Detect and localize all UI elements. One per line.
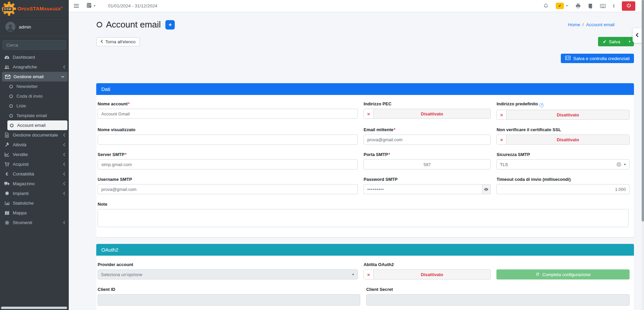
truck-icon bbox=[4, 182, 10, 186]
indirizzo-predefinito-field: Indirizzo predefinito? × Disattivato bbox=[496, 101, 630, 120]
ssl-field: Non verificare il certificato SSL × Disa… bbox=[496, 127, 630, 145]
password-smtp-input[interactable] bbox=[364, 184, 482, 194]
server-smtp-input[interactable] bbox=[98, 159, 358, 169]
breadcrumb-current-link[interactable]: Account email bbox=[586, 22, 614, 27]
sidebar-item-account-email[interactable]: Account email bbox=[7, 120, 67, 130]
sidebar-item-label: Newsletter bbox=[16, 84, 38, 89]
keyboard-icon[interactable] bbox=[600, 4, 606, 8]
porta-smtp-input[interactable] bbox=[364, 159, 491, 169]
sidebar-item-label: Gestione documentale bbox=[13, 133, 58, 138]
x-icon: × bbox=[497, 110, 506, 119]
note-field: Note bbox=[98, 202, 629, 228]
nome-visualizzato-input[interactable] bbox=[98, 135, 358, 145]
record-circle-icon bbox=[96, 21, 103, 28]
abilita-oauth2-toggle[interactable]: × Disattivato bbox=[364, 269, 491, 279]
provider-account-select[interactable]: Seleziona un'opzione ▼ bbox=[98, 269, 358, 279]
sidebar-item-impianti[interactable]: Impianti bbox=[0, 189, 69, 198]
menu-toggle-icon[interactable] bbox=[73, 4, 79, 8]
registered-mark: ® bbox=[61, 6, 63, 9]
username-smtp-input[interactable] bbox=[98, 184, 358, 194]
euro-icon: € bbox=[4, 171, 10, 176]
provider-account-value: Seleziona un'opzione bbox=[101, 272, 352, 277]
save-check-label: Salva e controlla credenziali bbox=[573, 56, 630, 61]
add-record-button[interactable]: + bbox=[165, 20, 175, 30]
sicurezza-smtp-select[interactable]: TLS × ▼ bbox=[496, 159, 630, 169]
sidebar-item-mappa[interactable]: Mappa bbox=[0, 208, 69, 218]
clear-selection-icon[interactable]: × bbox=[616, 162, 621, 167]
sidebar-horizontal-scrollbar[interactable] bbox=[1, 307, 67, 309]
breadcrumb-separator: / bbox=[582, 22, 584, 27]
gear-icon bbox=[4, 220, 10, 225]
sidebar-item-contabilita[interactable]: € Contabilità bbox=[0, 169, 69, 179]
calendar-dropdown[interactable]: ▼ bbox=[87, 3, 96, 9]
sidebar-item-label: Dashboard bbox=[13, 55, 35, 60]
note-textarea[interactable] bbox=[98, 209, 629, 227]
app-logo[interactable]: OSM OpenSTAManager® bbox=[0, 0, 69, 18]
dati-card: Dati Nome account* Indirizzo PEC × Disat… bbox=[96, 83, 634, 237]
users-icon bbox=[4, 65, 10, 69]
search-input[interactable] bbox=[3, 41, 66, 49]
indirizzo-pec-toggle[interactable]: × Disattivato bbox=[364, 109, 491, 119]
docs-book-icon[interactable] bbox=[588, 4, 593, 8]
back-to-list-button[interactable]: Torna all'elenco bbox=[96, 37, 140, 46]
completa-configurazione-button[interactable]: Completa configurazione bbox=[496, 269, 630, 279]
help-icon[interactable]: ? bbox=[539, 103, 544, 107]
collapse-panel-flap[interactable] bbox=[633, 28, 642, 43]
sidebar-item-template-email[interactable]: Template email bbox=[0, 111, 69, 120]
print-icon[interactable] bbox=[576, 3, 581, 8]
completa-configurazione-field: Completa configurazione bbox=[496, 262, 630, 279]
circle-icon bbox=[9, 94, 13, 98]
chevron-left-icon bbox=[63, 192, 65, 195]
circle-icon bbox=[9, 85, 13, 89]
sidebar-item-coda-di-invio[interactable]: Coda di invio bbox=[0, 91, 69, 101]
porta-smtp-field: Porta SMTP* bbox=[364, 152, 491, 169]
sidebar-item-attivita[interactable]: Attività bbox=[0, 140, 69, 150]
logout-power-button[interactable] bbox=[622, 1, 635, 11]
email-mittente-input[interactable] bbox=[364, 135, 491, 145]
page-scrollbar-thumb[interactable] bbox=[642, 0, 644, 221]
timeout-input[interactable] bbox=[496, 184, 630, 194]
show-password-button[interactable] bbox=[482, 184, 491, 194]
sidebar-item-label: Acquisti bbox=[13, 162, 29, 167]
indirizzo-predefinito-toggle[interactable]: × Disattivato bbox=[496, 110, 630, 120]
sidebar-item-magazzino[interactable]: Magazzino bbox=[0, 179, 69, 189]
breadcrumb: Home/Account email bbox=[568, 22, 614, 27]
refresh-icon bbox=[536, 272, 540, 277]
provider-account-field: Provider account Seleziona un'opzione ▼ bbox=[98, 262, 358, 279]
save-button[interactable]: ✔ Salva bbox=[598, 37, 625, 46]
nome-account-input[interactable] bbox=[98, 109, 358, 119]
map-icon bbox=[4, 211, 10, 215]
dati-card-header: Dati bbox=[96, 83, 634, 95]
save-and-check-credentials-button[interactable]: Salva e controlla credenziali bbox=[561, 54, 634, 63]
sidebar-item-gestione-email[interactable]: Gestione email bbox=[2, 72, 68, 82]
sidebar-item-strumenti[interactable]: Strumenti bbox=[0, 218, 69, 227]
check-badge[interactable]: ✔ bbox=[556, 3, 564, 9]
ssl-toggle[interactable]: × Disattivato bbox=[496, 135, 630, 145]
sidebar-item-dashboard[interactable]: Dashboard bbox=[0, 52, 69, 62]
sidebar-item-vendite[interactable]: Vendite bbox=[0, 150, 69, 159]
page-scrollbar-track[interactable] bbox=[642, 0, 644, 310]
bar-chart-icon bbox=[4, 201, 10, 206]
nome-account-label: Nome account bbox=[98, 101, 128, 106]
client-secret-input bbox=[366, 294, 630, 306]
check-icon: ✔ bbox=[558, 4, 561, 8]
chevron-left-icon bbox=[63, 143, 65, 147]
sidebar-item-acquisti[interactable]: Acquisti bbox=[0, 159, 69, 169]
chevron-left-icon bbox=[63, 182, 65, 186]
sidebar-item-newsletter[interactable]: Newsletter bbox=[0, 82, 69, 91]
breadcrumb-home-link[interactable]: Home bbox=[568, 22, 580, 27]
sidebar-item-liste[interactable]: Liste bbox=[0, 101, 69, 111]
status-check-dropdown[interactable]: ✔ ▼ bbox=[556, 3, 568, 9]
actions-row: Torna all'elenco ✔ Salva ▼ bbox=[96, 37, 634, 46]
server-smtp-label: Server SMTP bbox=[98, 152, 124, 157]
client-secret-field: Client Secret bbox=[366, 287, 630, 306]
timeout-label: Timeout coda di invio (millisecondi) bbox=[496, 177, 630, 182]
date-range[interactable]: 01/01/2024 - 31/12/2024 bbox=[108, 3, 157, 8]
sidebar-item-label: Coda di invio bbox=[16, 94, 43, 99]
bell-icon[interactable] bbox=[543, 3, 548, 8]
sidebar-item-gestione-documentale[interactable]: Gestione documentale bbox=[0, 130, 69, 140]
sidebar-item-anagrafiche[interactable]: Anagrafiche bbox=[0, 62, 69, 72]
sidebar-item-statistiche[interactable]: Statistiche bbox=[0, 198, 69, 208]
timeout-field: Timeout coda di invio (millisecondi) bbox=[496, 177, 630, 194]
info-icon[interactable]: i bbox=[613, 3, 614, 9]
